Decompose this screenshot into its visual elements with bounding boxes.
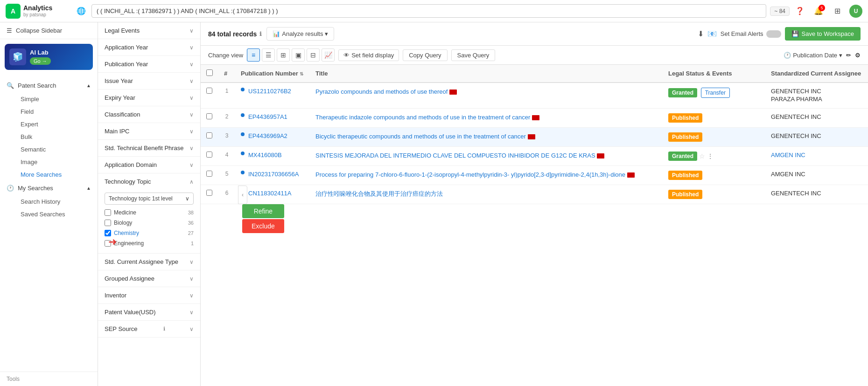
row-checkbox-4[interactable] <box>206 152 212 158</box>
pub-date-sort-btn[interactable]: 🕐 Publication Date ▾ <box>784 52 842 59</box>
checkbox-chemistry-input[interactable] <box>105 230 111 236</box>
sidebar-item-patent-search[interactable]: 🔍 Patent Search ▲ <box>0 78 98 93</box>
checkbox-medicine[interactable]: Medicine 38 <box>105 207 194 218</box>
checkbox-chemistry[interactable]: Chemistry 27 <box>105 228 194 238</box>
star-icon-4[interactable]: ☆ <box>699 152 705 160</box>
filter-legal-events-header[interactable]: Legal Events ∨ <box>98 22 200 39</box>
refine-exclude-popup: Refine Exclude <box>242 204 284 233</box>
sidebar-item-bulk[interactable]: Bulk <box>14 131 98 143</box>
pub-num-link-4[interactable]: MX416080B <box>248 152 282 159</box>
sidebar-item-saved-searches[interactable]: Saved Searches <box>14 208 98 221</box>
edit-icon[interactable]: ✏ <box>846 52 851 59</box>
filter-classification-header[interactable]: Classification ∨ <box>98 106 200 123</box>
arrow-icon: ▲ <box>86 83 91 88</box>
filter-tech-topic-header[interactable]: Technology Topic ∧ <box>98 173 200 190</box>
pub-num-link-5[interactable]: IN202317036656A <box>248 171 299 178</box>
filter-classification: Classification ∨ <box>98 106 200 123</box>
view-card-btn[interactable]: ▣ <box>292 48 305 62</box>
view-split-btn[interactable]: ⊟ <box>307 48 320 62</box>
avatar[interactable]: U <box>849 5 862 18</box>
row-legal-5: Published <box>663 166 765 185</box>
assignee-text-5: AMGEN INC <box>771 171 862 178</box>
blue-dot-icon <box>241 152 245 155</box>
help-icon[interactable]: ❓ <box>793 5 806 18</box>
save-workspace-btn[interactable]: 💾 Save to Workspace <box>785 27 861 41</box>
sidebar-item-my-searches[interactable]: 🕐 My Searches ▲ <box>0 181 98 195</box>
patent-search-label: Patent Search <box>18 82 56 89</box>
tech-topic-dropdown[interactable]: Technology topic 1st level ∨ <box>105 193 194 205</box>
row-checkbox-6[interactable] <box>206 190 212 196</box>
filter-app-domain-header[interactable]: Application Domain ∨ <box>98 157 200 173</box>
th-publication-number[interactable]: Publication Number ⇅ <box>235 65 310 83</box>
filter-grouped-assignee-header[interactable]: Grouped Assignee ∨ <box>98 270 200 287</box>
filter-publication-year-header[interactable]: Publication Year ∨ <box>98 56 200 72</box>
ai-lab-go-btn[interactable]: Go → <box>30 57 51 65</box>
checkbox-engineering[interactable]: Engineering 1 <box>105 238 194 248</box>
status-badge-published-5: Published <box>668 171 702 180</box>
row-legal-6: Published <box>663 185 765 204</box>
nav-sub-search: Simple Field Expert Bulk Semantic Image … <box>0 93 98 181</box>
analyze-results-btn[interactable]: 📊 Analyze results ▾ <box>266 27 334 41</box>
filter-issue-year-header[interactable]: Issue Year ∨ <box>98 73 200 89</box>
set-field-display-btn[interactable]: 👁 Set field display <box>338 49 399 61</box>
collapse-sidebar-btn[interactable]: ☰ Collapse Sidebar <box>0 22 98 39</box>
clock-icon: 🕐 <box>784 52 791 59</box>
title-text-4: SINTESIS MEJORADA DEL INTERMEDIO CLAVE D… <box>315 152 657 160</box>
notification-icon[interactable]: 🔔 5 <box>812 5 825 18</box>
exclude-btn[interactable]: Exclude <box>242 219 284 233</box>
results-table: # Publication Number ⇅ Title Legal Statu… <box>201 65 868 204</box>
view-list-btn[interactable]: ☰ <box>262 48 275 62</box>
pub-num-link-6[interactable]: CN118302411A <box>248 190 292 197</box>
filter-app-domain: Application Domain ∨ <box>98 157 200 173</box>
filter-expiry-year-header[interactable]: Expiry Year ∨ <box>98 90 200 106</box>
view-grid-btn[interactable]: ⊞ <box>277 48 290 62</box>
row-checkbox-1[interactable] <box>206 88 212 94</box>
table-row: 5 IN202317036656A Process for preparing … <box>201 166 868 185</box>
pub-num-link-1[interactable]: US12110276B2 <box>248 88 291 95</box>
filter-application-year-header[interactable]: Application Year ∨ <box>98 39 200 55</box>
sidebar-item-search-history[interactable]: Search History <box>14 195 98 208</box>
sidebar-item-expert[interactable]: Expert <box>14 118 98 131</box>
sidebar-item-simple[interactable]: Simple <box>14 93 98 105</box>
email-send-icon[interactable]: 📧 <box>707 29 717 38</box>
view-table-btn[interactable]: ≡ <box>247 48 260 62</box>
apps-icon[interactable]: ⊞ <box>831 5 844 18</box>
sidebar-item-semantic[interactable]: Semantic <box>14 143 98 156</box>
row-checkbox-3[interactable] <box>206 132 212 138</box>
filter-sep-source-header[interactable]: SEP Source ℹ ∨ <box>98 321 200 337</box>
row-num-6: 6 <box>218 185 235 204</box>
row-checkbox-5[interactable] <box>206 171 212 177</box>
filter-std-tech-header[interactable]: Std. Technical Benefit Phrase ∨ <box>98 140 200 156</box>
pub-num-link-3[interactable]: EP4436969A2 <box>248 132 287 139</box>
copy-query-btn[interactable]: Copy Query <box>403 49 447 61</box>
email-alerts-toggle[interactable] <box>766 30 781 38</box>
filter-inventor-header[interactable]: Inventor ∨ <box>98 287 200 303</box>
download-icon[interactable]: ⬇ <box>698 29 704 38</box>
filter-patent-value-header[interactable]: Patent Value(USD) ∨ <box>98 304 200 320</box>
filter-main-ipc-header[interactable]: Main IPC ∨ <box>98 123 200 139</box>
checkbox-biology[interactable]: Biology 36 <box>105 218 194 228</box>
th-select-all <box>201 65 218 83</box>
select-all-checkbox[interactable] <box>206 69 213 76</box>
pub-num-link-2[interactable]: EP4436957A1 <box>248 113 287 120</box>
refine-btn[interactable]: Refine <box>242 204 284 218</box>
filter-grouped-assignee-label: Grouped Assignee <box>105 275 154 282</box>
sidebar-item-field[interactable]: Field <box>14 105 98 118</box>
sidebar-item-more-searches[interactable]: More Searches <box>14 168 98 181</box>
sidebar: ☰ Collapse Sidebar 🧊 AI Lab Go → 🔍 Paten… <box>0 22 98 386</box>
checkbox-medicine-input[interactable] <box>105 209 111 216</box>
row-num-2: 2 <box>218 109 235 128</box>
save-query-btn[interactable]: Save Query <box>451 49 496 61</box>
row-assignee-6: GENENTECH INC <box>765 185 868 204</box>
more-icon-4[interactable]: ⋮ <box>707 152 714 160</box>
assignee-link-4[interactable]: AMGEN INC <box>771 152 805 159</box>
collapse-panel-button[interactable]: ‹ <box>238 186 247 204</box>
view-chart-btn[interactable]: 📈 <box>322 48 335 62</box>
settings-icon[interactable]: ⚙ <box>855 52 861 59</box>
row-checkbox-2[interactable] <box>206 113 212 119</box>
checkbox-biology-input[interactable] <box>105 220 111 226</box>
globe-icon[interactable]: 🌐 <box>75 5 88 18</box>
filter-std-assignee-type-header[interactable]: Std. Current Assignee Type ∨ <box>98 254 200 270</box>
search-input[interactable] <box>91 4 766 18</box>
sidebar-item-image[interactable]: Image <box>14 156 98 168</box>
